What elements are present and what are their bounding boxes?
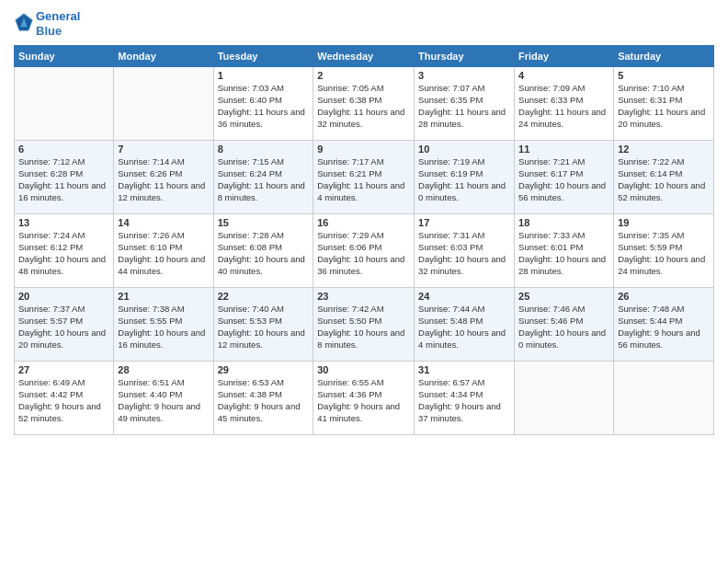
day-cell: 13Sunrise: 7:24 AM Sunset: 6:12 PM Dayli…	[15, 214, 114, 288]
day-cell: 27Sunrise: 6:49 AM Sunset: 4:42 PM Dayli…	[15, 362, 114, 435]
week-row-1: 1Sunrise: 7:03 AM Sunset: 6:40 PM Daylig…	[15, 67, 714, 141]
day-number: 13	[18, 217, 109, 228]
day-number: 23	[317, 291, 410, 302]
day-number: 28	[118, 364, 209, 375]
day-number: 3	[418, 70, 510, 81]
weekday-wednesday: Wednesday	[313, 46, 415, 67]
day-info: Sunrise: 7:26 AM Sunset: 6:10 PM Dayligh…	[118, 230, 209, 277]
day-info: Sunrise: 7:24 AM Sunset: 6:12 PM Dayligh…	[18, 230, 109, 277]
day-number: 21	[118, 291, 209, 302]
day-cell: 14Sunrise: 7:26 AM Sunset: 6:10 PM Dayli…	[114, 214, 213, 288]
day-number: 2	[317, 70, 410, 81]
day-info: Sunrise: 7:03 AM Sunset: 6:40 PM Dayligh…	[218, 83, 310, 130]
weekday-tuesday: Tuesday	[213, 46, 313, 67]
weekday-thursday: Thursday	[415, 46, 515, 67]
day-info: Sunrise: 7:19 AM Sunset: 6:19 PM Dayligh…	[418, 156, 510, 203]
day-cell: 9Sunrise: 7:17 AM Sunset: 6:21 PM Daylig…	[313, 141, 415, 214]
day-cell: 6Sunrise: 7:12 AM Sunset: 6:28 PM Daylig…	[15, 141, 114, 214]
day-cell: 15Sunrise: 7:28 AM Sunset: 6:08 PM Dayli…	[213, 214, 313, 288]
day-cell	[614, 362, 714, 435]
day-info: Sunrise: 7:42 AM Sunset: 5:50 PM Dayligh…	[317, 304, 410, 350]
weekday-saturday: Saturday	[614, 46, 714, 67]
day-cell: 5Sunrise: 7:10 AM Sunset: 6:31 PM Daylig…	[614, 67, 714, 141]
day-info: Sunrise: 7:09 AM Sunset: 6:33 PM Dayligh…	[518, 83, 609, 130]
day-number: 20	[18, 291, 109, 302]
day-number: 11	[518, 144, 609, 155]
day-cell: 31Sunrise: 6:57 AM Sunset: 4:34 PM Dayli…	[415, 362, 515, 435]
day-cell: 1Sunrise: 7:03 AM Sunset: 6:40 PM Daylig…	[213, 67, 313, 141]
day-number: 10	[418, 144, 510, 155]
week-row-4: 20Sunrise: 7:37 AM Sunset: 5:57 PM Dayli…	[15, 288, 714, 362]
day-number: 7	[118, 144, 209, 155]
day-number: 24	[418, 291, 510, 302]
calendar: SundayMondayTuesdayWednesdayThursdayFrid…	[14, 45, 714, 435]
day-info: Sunrise: 6:49 AM Sunset: 4:42 PM Dayligh…	[18, 377, 109, 424]
day-info: Sunrise: 7:37 AM Sunset: 5:57 PM Dayligh…	[18, 304, 109, 350]
day-number: 8	[218, 144, 310, 155]
weekday-sunday: Sunday	[15, 46, 114, 67]
page-header: General Blue	[14, 9, 714, 38]
day-cell: 10Sunrise: 7:19 AM Sunset: 6:19 PM Dayli…	[415, 141, 515, 214]
day-info: Sunrise: 7:40 AM Sunset: 5:53 PM Dayligh…	[218, 304, 310, 350]
day-number: 16	[317, 217, 410, 228]
day-cell: 7Sunrise: 7:14 AM Sunset: 6:26 PM Daylig…	[114, 141, 213, 214]
day-number: 18	[518, 217, 609, 228]
day-number: 31	[418, 364, 510, 375]
day-number: 17	[418, 217, 510, 228]
day-number: 29	[218, 364, 310, 375]
logo: General Blue	[14, 9, 80, 38]
day-cell	[515, 362, 614, 435]
day-info: Sunrise: 7:28 AM Sunset: 6:08 PM Dayligh…	[218, 230, 310, 277]
day-number: 22	[218, 291, 310, 302]
day-cell: 4Sunrise: 7:09 AM Sunset: 6:33 PM Daylig…	[515, 67, 614, 141]
day-info: Sunrise: 7:22 AM Sunset: 6:14 PM Dayligh…	[618, 156, 710, 203]
day-cell: 20Sunrise: 7:37 AM Sunset: 5:57 PM Dayli…	[15, 288, 114, 362]
day-cell: 11Sunrise: 7:21 AM Sunset: 6:17 PM Dayli…	[515, 141, 614, 214]
day-info: Sunrise: 7:48 AM Sunset: 5:44 PM Dayligh…	[618, 304, 710, 350]
day-number: 25	[518, 291, 609, 302]
day-number: 1	[218, 70, 310, 81]
day-info: Sunrise: 7:46 AM Sunset: 5:46 PM Dayligh…	[518, 304, 609, 350]
day-cell: 28Sunrise: 6:51 AM Sunset: 4:40 PM Dayli…	[114, 362, 213, 435]
week-row-3: 13Sunrise: 7:24 AM Sunset: 6:12 PM Dayli…	[15, 214, 714, 288]
day-info: Sunrise: 6:51 AM Sunset: 4:40 PM Dayligh…	[118, 377, 209, 424]
day-cell: 26Sunrise: 7:48 AM Sunset: 5:44 PM Dayli…	[614, 288, 714, 362]
day-info: Sunrise: 7:15 AM Sunset: 6:24 PM Dayligh…	[218, 156, 310, 203]
day-cell: 18Sunrise: 7:33 AM Sunset: 6:01 PM Dayli…	[515, 214, 614, 288]
day-number: 26	[618, 291, 710, 302]
day-cell: 30Sunrise: 6:55 AM Sunset: 4:36 PM Dayli…	[313, 362, 415, 435]
day-cell	[114, 67, 213, 141]
day-number: 19	[618, 217, 710, 228]
day-cell: 23Sunrise: 7:42 AM Sunset: 5:50 PM Dayli…	[313, 288, 415, 362]
day-info: Sunrise: 7:14 AM Sunset: 6:26 PM Dayligh…	[118, 156, 209, 203]
day-info: Sunrise: 7:05 AM Sunset: 6:38 PM Dayligh…	[317, 83, 410, 130]
logo-icon	[14, 12, 34, 32]
day-info: Sunrise: 7:29 AM Sunset: 6:06 PM Dayligh…	[317, 230, 410, 277]
day-info: Sunrise: 7:35 AM Sunset: 5:59 PM Dayligh…	[618, 230, 710, 277]
day-cell: 19Sunrise: 7:35 AM Sunset: 5:59 PM Dayli…	[614, 214, 714, 288]
day-info: Sunrise: 7:31 AM Sunset: 6:03 PM Dayligh…	[418, 230, 510, 277]
day-number: 9	[317, 144, 410, 155]
day-cell: 25Sunrise: 7:46 AM Sunset: 5:46 PM Dayli…	[515, 288, 614, 362]
weekday-monday: Monday	[114, 46, 213, 67]
day-info: Sunrise: 6:55 AM Sunset: 4:36 PM Dayligh…	[317, 377, 410, 424]
day-number: 12	[618, 144, 710, 155]
day-info: Sunrise: 7:12 AM Sunset: 6:28 PM Dayligh…	[18, 156, 109, 203]
day-info: Sunrise: 6:57 AM Sunset: 4:34 PM Dayligh…	[418, 377, 510, 424]
day-info: Sunrise: 7:44 AM Sunset: 5:48 PM Dayligh…	[418, 304, 510, 350]
day-info: Sunrise: 7:17 AM Sunset: 6:21 PM Dayligh…	[317, 156, 410, 203]
day-number: 15	[218, 217, 310, 228]
weekday-header-row: SundayMondayTuesdayWednesdayThursdayFrid…	[15, 46, 714, 67]
day-info: Sunrise: 7:21 AM Sunset: 6:17 PM Dayligh…	[518, 156, 609, 203]
day-number: 6	[18, 144, 109, 155]
day-number: 5	[618, 70, 710, 81]
day-info: Sunrise: 7:10 AM Sunset: 6:31 PM Dayligh…	[618, 83, 710, 130]
day-info: Sunrise: 6:53 AM Sunset: 4:38 PM Dayligh…	[218, 377, 310, 424]
day-cell: 24Sunrise: 7:44 AM Sunset: 5:48 PM Dayli…	[415, 288, 515, 362]
day-cell: 29Sunrise: 6:53 AM Sunset: 4:38 PM Dayli…	[213, 362, 313, 435]
day-number: 4	[518, 70, 609, 81]
week-row-2: 6Sunrise: 7:12 AM Sunset: 6:28 PM Daylig…	[15, 141, 714, 214]
day-number: 30	[317, 364, 410, 375]
week-row-5: 27Sunrise: 6:49 AM Sunset: 4:42 PM Dayli…	[15, 362, 714, 435]
day-cell: 16Sunrise: 7:29 AM Sunset: 6:06 PM Dayli…	[313, 214, 415, 288]
